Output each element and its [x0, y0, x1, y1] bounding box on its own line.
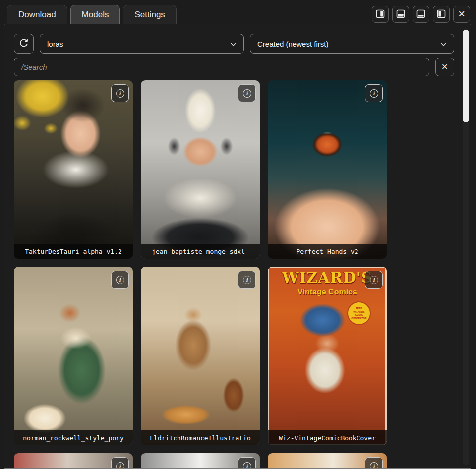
model-title: jean-baptiste-monge-sdxl- [141, 244, 260, 259]
model-card[interactable]: i EldritchRomanceIllustratio [141, 267, 260, 445]
layout-dock-bottom-button[interactable] [392, 6, 409, 23]
model-card[interactable]: i [268, 453, 387, 469]
tab-models[interactable]: Models [70, 5, 120, 24]
model-title: EldritchRomanceIllustratio [141, 430, 260, 445]
refresh-button[interactable] [14, 34, 34, 54]
model-thumbnail [14, 267, 133, 445]
info-icon: i [370, 276, 378, 284]
dock-bottom-icon [396, 9, 405, 20]
sort-select[interactable]: Created (newest first) [250, 34, 454, 54]
window-controls: × [372, 6, 470, 23]
models-panel: loras Created (newest first) × i [4, 24, 471, 469]
model-card[interactable]: i jean-baptiste-monge-sdxl- [141, 80, 260, 259]
model-card[interactable]: i [141, 453, 260, 469]
model-type-select[interactable]: loras [40, 34, 244, 54]
tab-download[interactable]: Download [7, 5, 67, 24]
model-title: norman_rockwell_style_pony [14, 430, 133, 445]
info-icon: i [243, 462, 251, 469]
search-row: × [14, 58, 454, 76]
scrollbar-thumb[interactable] [463, 30, 469, 122]
layout-bottom-bar-button[interactable] [413, 6, 429, 23]
dock-right-icon [376, 9, 385, 20]
search-input[interactable] [14, 58, 429, 76]
refresh-icon [19, 38, 29, 50]
comic-cover-subtitle: Vintage Comics [268, 288, 387, 296]
info-button[interactable]: i [365, 271, 383, 289]
info-icon: i [370, 462, 378, 469]
controls-row: loras Created (newest first) [14, 34, 454, 54]
info-button[interactable]: i [238, 457, 256, 469]
info-button[interactable]: i [111, 84, 129, 102]
model-title: TakturDesTauri_alpha_v1.2 [14, 244, 133, 259]
info-button[interactable]: i [238, 84, 256, 102]
dock-left-icon [437, 9, 446, 20]
model-thumbnail [268, 80, 387, 259]
comic-cover-badge: FREE WIZARDS COMIC GENERATOR [348, 302, 370, 324]
layout-dock-left-button[interactable] [433, 6, 450, 23]
info-button[interactable]: i [365, 84, 383, 102]
model-card[interactable]: i Perfect Hands v2 [268, 80, 387, 259]
scrollbar[interactable] [463, 28, 469, 465]
model-card[interactable]: WIZARD'S Vintage Comics FREE WIZARDS COM… [268, 267, 387, 445]
chevron-down-icon [230, 40, 237, 48]
model-type-value: loras [47, 40, 63, 48]
model-card[interactable]: i [14, 453, 133, 469]
info-icon: i [116, 462, 124, 469]
model-thumbnail [141, 80, 260, 259]
sort-value: Created (newest first) [257, 40, 328, 48]
bottom-bar-icon [416, 9, 425, 20]
clear-search-button[interactable]: × [435, 58, 454, 76]
info-button[interactable]: i [365, 457, 383, 469]
layout-dock-right-button[interactable] [372, 6, 389, 23]
info-button[interactable]: i [111, 457, 129, 469]
info-icon: i [116, 89, 124, 98]
model-card[interactable]: i norman_rockwell_style_pony [14, 267, 133, 445]
info-icon: i [116, 276, 124, 284]
model-title: Wiz-VintageComicBookCover [268, 430, 387, 445]
tab-settings[interactable]: Settings [123, 5, 176, 24]
model-title: Perfect Hands v2 [268, 244, 387, 259]
info-icon: i [243, 89, 251, 98]
model-thumbnail [14, 80, 133, 259]
info-button[interactable]: i [238, 271, 256, 289]
model-card[interactable]: i TakturDesTauri_alpha_v1.2 [14, 80, 133, 259]
tab-bar: Download Models Settings [7, 5, 177, 24]
info-icon: i [370, 89, 378, 98]
info-icon: i [243, 276, 251, 284]
chevron-down-icon [440, 40, 447, 48]
close-button[interactable]: × [453, 6, 470, 23]
model-thumbnail [141, 267, 260, 445]
info-button[interactable]: i [111, 271, 129, 289]
model-grid: i TakturDesTauri_alpha_v1.2 i jean-bapti… [14, 80, 387, 469]
